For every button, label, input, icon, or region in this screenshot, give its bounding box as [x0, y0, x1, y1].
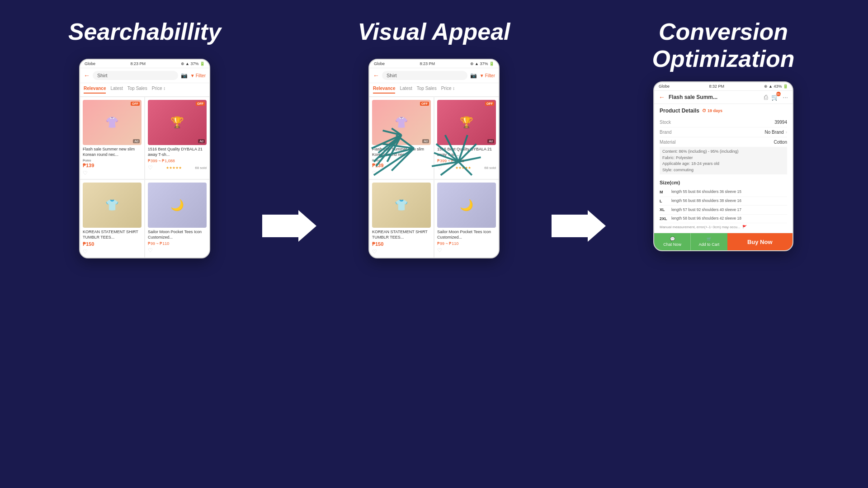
section2-title: Visual Appeal	[358, 18, 510, 45]
product-price-range-2: ₱399 ~ ₱1,088	[148, 159, 207, 163]
product-price-new-1: ₱139	[83, 163, 142, 169]
battery3: ⊕ ▲ 43% 🔋	[764, 84, 788, 89]
product-title2-4: Sailor Moon Pocket Tees Icon Customized.…	[437, 230, 496, 241]
tab-latest[interactable]: Latest	[110, 86, 123, 94]
product-price-range-4: ₱99 ~ ₱110	[148, 241, 207, 246]
carrier3: Globe	[659, 84, 670, 89]
svg-marker-22	[552, 210, 606, 242]
product-card-4[interactable]: 🌙 Sailor Moon Pocket Tees Icon Customize…	[145, 180, 209, 258]
time2: 8:23 PM	[420, 61, 435, 66]
material-row: Material Cotton	[660, 137, 787, 147]
age-detail: Applicable age: 18-24 years old	[662, 161, 784, 167]
product-image2-4: 🌙	[437, 183, 496, 228]
product-detail-title: Flash sale Summ...	[669, 94, 760, 100]
stars-2: ★★★★★	[166, 166, 182, 170]
chat-now-button[interactable]: 💬 Chat Now	[654, 233, 690, 250]
shirt2-icon-4: 🌙	[460, 199, 473, 211]
product-grid1: 👚 OFF Ad Flash sale Summer new slim Kore…	[80, 97, 209, 258]
search-box1[interactable]: Shirt	[93, 71, 178, 80]
more-icon[interactable]: ···	[783, 94, 788, 101]
buy-now-button[interactable]: Buy Now	[727, 233, 793, 250]
brand-value: No Brand ›	[691, 130, 787, 135]
ad-badge-1: Ad	[133, 139, 140, 143]
material-value: Cotton	[691, 140, 787, 145]
tab-relevance[interactable]: Relevance	[84, 86, 106, 94]
chat-icon: 💬	[670, 237, 675, 241]
product-image-2: 🏆 OFF Ad	[148, 100, 207, 145]
filter-btn2[interactable]: ▼ Filter	[480, 73, 495, 78]
brand-chevron: ›	[786, 130, 787, 135]
off-badge-1: OFF	[131, 102, 140, 106]
product-card-3[interactable]: 👕 KOREAN STATEMENT SHIRT TUMBLR TEES... …	[80, 180, 144, 258]
shirt-icon-2: 🏆	[170, 116, 184, 129]
product-price-new-3: ₱150	[83, 241, 142, 247]
product-card2-1[interactable]: 👚 OFF Ad Flash sale Summer new slim Kore…	[369, 97, 434, 179]
product-title2-1: Flash sale Summer new slim Korean round …	[372, 147, 431, 159]
product-card2-2[interactable]: 🏆 OFF Ad 1516 Best Quality DYBALA 21 awa…	[434, 97, 499, 179]
product-price-old2-1: ₱359	[372, 159, 431, 163]
size-row-XL: XL length 57 bust 92 shoulders 40 sleeve…	[660, 206, 787, 215]
filter-btn1[interactable]: ▼ Filter	[190, 73, 206, 78]
heart-icon-3[interactable]: ♡	[83, 249, 88, 255]
product-image-3: 👕	[83, 183, 142, 228]
content-detail: Content: 86% (including) - 95% (includin…	[662, 149, 784, 155]
section-visual-appeal: Visual Appeal Globe 8:23 PM ⊕ ▲ 37% 🔋 ← …	[316, 18, 552, 258]
brand-row[interactable]: Brand No Brand ›	[660, 127, 787, 137]
tab2-top-sales[interactable]: Top Sales	[417, 86, 437, 94]
size-M-details: length 55 bust 84 shoulders 36 sleeve 15	[671, 189, 741, 195]
share-icon[interactable]: ⎙	[764, 94, 768, 101]
product-card2-3[interactable]: 👕 KOREAN STATEMENT SHIRT TUMBLR TEES... …	[369, 180, 434, 258]
product-card-1[interactable]: 👚 OFF Ad Flash sale Summer new slim Kore…	[80, 97, 144, 179]
battery2: ⊕ ▲ 37% 🔋	[470, 61, 494, 66]
tab2-latest[interactable]: Latest	[400, 86, 412, 94]
product-title-3: KOREAN STATEMENT SHIRT TUMBLR TEES...	[83, 230, 142, 241]
section1-header: Searchabillity	[68, 18, 221, 45]
clock-icon: ⏱	[702, 108, 706, 113]
phone1-mockup: Globe 8:23 PM ⊕ ▲ 37% 🔋 ← Shirt 📷	[79, 59, 210, 258]
arrow2-icon	[552, 208, 606, 244]
carrier2: Globe	[374, 61, 385, 66]
product-title-4: Sailor Moon Pocket Tees Icon Customized.…	[148, 230, 207, 241]
camera-icon1[interactable]: 📷	[181, 72, 188, 79]
off-badge-2: OFF	[196, 102, 205, 106]
size-L: L	[660, 198, 668, 204]
product-price-range2-4: ₱99 ~ ₱110	[437, 241, 496, 246]
shirt2-icon-2: 🏆	[460, 116, 473, 129]
section3-title: Conversion Optimization	[606, 18, 841, 72]
search-term2: Shirt	[387, 73, 397, 78]
off-badge2-2: OFF	[485, 102, 494, 106]
product-card2-4[interactable]: 🌙 Sailor Moon Pocket Tees Icon Customize…	[434, 180, 499, 258]
phone3-detail-nav: ← Flash sale Summ... ⎙ 🛒 99+ ···	[654, 91, 793, 104]
heart-icon-4[interactable]: ♡	[148, 247, 153, 253]
heart-icon2-1[interactable]: ♡	[372, 170, 377, 176]
heart-icon2-4[interactable]: ♡	[437, 247, 442, 253]
tab-price[interactable]: Price ↕	[152, 86, 166, 94]
product-card-2[interactable]: 🏆 OFF Ad 1516 Best Quality DYBALA 21 awa…	[145, 97, 209, 179]
tab2-price[interactable]: Price ↕	[441, 86, 455, 94]
stock-value: 39994	[691, 120, 787, 125]
heart-icon-1[interactable]: ♡	[83, 170, 88, 176]
search-box2[interactable]: Shirt	[382, 71, 467, 80]
cart-icon[interactable]: 🛒 99+	[771, 94, 779, 101]
back-icon2[interactable]: ←	[373, 72, 379, 79]
add-to-cart-button[interactable]: 🛒 Add to Cart	[690, 233, 727, 250]
stock-label: Stock	[660, 120, 691, 125]
battery1: ⊕ ▲ 37% 🔋	[181, 61, 205, 66]
phone1-search-bar: ← Shirt 📷 ▼ Filter	[80, 68, 209, 83]
tab2-relevance[interactable]: Relevance	[373, 86, 395, 94]
camera-icon2[interactable]: 📷	[470, 72, 477, 79]
wifi-icon: ⊕	[181, 61, 184, 66]
back-icon3[interactable]: ←	[659, 94, 665, 101]
brand-label: Brand	[660, 130, 691, 135]
tab-top-sales[interactable]: Top Sales	[127, 86, 147, 94]
product-details-heading: Product Details ⏱ 19 days	[660, 108, 787, 114]
heart-icon2-2[interactable]: ♡	[437, 164, 442, 171]
product-price-old-1: ₱359	[83, 159, 142, 163]
size-table-title: Size(cm)	[660, 180, 787, 185]
heart-icon-2[interactable]: ♡	[148, 164, 153, 171]
back-icon1[interactable]: ←	[84, 72, 90, 79]
heart-icon2-3[interactable]: ♡	[372, 249, 377, 255]
size-table: Size(cm) M length 55 bust 84 shoulders 3…	[654, 178, 793, 233]
product-title-2: 1516 Best Quality DYBALA 21 away T-sh...	[148, 147, 207, 159]
section-searchability: Searchabillity Globe 8:23 PM ⊕ ▲ 37% 🔋 ←…	[27, 18, 262, 258]
